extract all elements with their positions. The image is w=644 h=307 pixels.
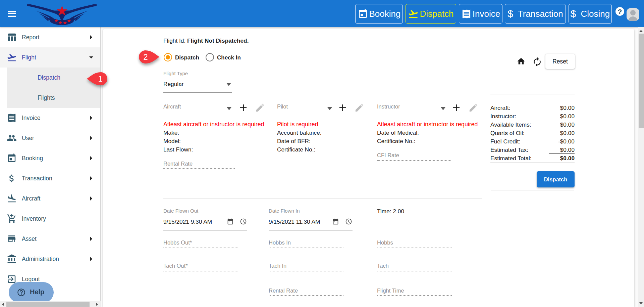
svg-text:1: 1 xyxy=(98,74,102,83)
svg-text:2: 2 xyxy=(143,52,148,61)
